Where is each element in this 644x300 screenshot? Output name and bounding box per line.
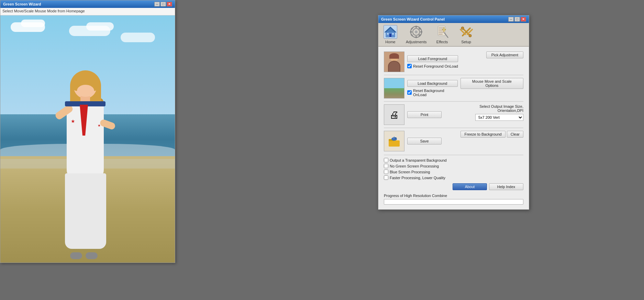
star-2: ★ xyxy=(98,124,101,127)
effects-icon xyxy=(435,25,449,39)
save-controls: Save xyxy=(407,138,442,145)
printer-thumb: 🖨 xyxy=(384,105,404,125)
main-window-title: Green Screen Wizard xyxy=(3,2,41,6)
transparent-bg-checkbox[interactable] xyxy=(384,158,388,162)
no-green-screen-row: No Green Screen Processing xyxy=(384,164,523,168)
main-title-buttons: ─ □ ✕ xyxy=(154,2,172,7)
person-thumb xyxy=(384,52,404,72)
cloud-4 xyxy=(86,22,114,31)
progress-section: Progress of High Resolution Combine xyxy=(384,194,523,205)
cloud-2 xyxy=(21,20,45,27)
print-row: 🖨 Print Select Output Image Size,Orienta… xyxy=(384,104,523,125)
progress-label: Progress of High Resolution Combine xyxy=(384,194,523,198)
toolbar-effects-label: Effects xyxy=(436,40,448,44)
cp-content: Load Foreground Reset Foreground OnLoad … xyxy=(378,47,529,209)
toolbar-adjustments[interactable]: Adjustments xyxy=(406,25,427,44)
transparent-bg-label: Output a Transparent Background xyxy=(390,158,447,162)
svg-rect-10 xyxy=(415,36,417,38)
fg-right: Pick Adjustment xyxy=(486,51,523,58)
about-button[interactable]: About xyxy=(453,183,487,190)
progress-bar-container xyxy=(384,199,523,205)
load-foreground-button[interactable]: Load Foreground xyxy=(407,55,458,62)
bg-controls: Load Background Reset Background OnLoad xyxy=(407,80,458,97)
output-dropdown[interactable]: 5x7 200 Vert 4x6 200 Horiz 8x10 300 Vert xyxy=(475,114,523,121)
image-canvas[interactable]: ★ ★ xyxy=(0,15,175,263)
foreground-row: Load Foreground Reset Foreground OnLoad … xyxy=(384,51,523,72)
fg-left: Load Foreground Reset Foreground OnLoad xyxy=(384,51,458,72)
bg-reset-label: Reset Background OnLoad xyxy=(413,89,458,97)
svg-rect-20 xyxy=(438,32,444,33)
minimize-button[interactable]: ─ xyxy=(154,2,160,7)
no-green-screen-checkbox[interactable] xyxy=(384,164,388,168)
svg-point-30 xyxy=(469,34,471,37)
thumb-shoulders xyxy=(388,61,400,72)
options-checkboxes: Output a Transparent Background No Green… xyxy=(384,158,523,180)
save-right: Freeze to Background Clear xyxy=(460,131,523,138)
bg-reset-checkbox-row: Reset Background OnLoad xyxy=(407,89,458,97)
print-save-divider xyxy=(384,128,523,128)
background-row: Load Background Reset Background OnLoad … xyxy=(384,78,523,99)
toolbar-effects[interactable]: Effects xyxy=(434,25,451,44)
pick-adjustment-button[interactable]: Pick Adjustment xyxy=(486,51,523,58)
print-left: 🖨 Print xyxy=(384,104,442,125)
home-icon xyxy=(384,25,397,39)
faster-processing-row: Faster Processing, Lower Quality xyxy=(384,175,523,180)
cp-maximize-button[interactable]: □ xyxy=(514,17,520,22)
bg-left: Load Background Reset Background OnLoad xyxy=(384,78,458,99)
cp-title-buttons: ─ □ ✕ xyxy=(508,17,526,22)
fg-reset-label: Reset Foreground OnLoad xyxy=(413,64,458,68)
close-button[interactable]: ✕ xyxy=(167,2,172,7)
print-button[interactable]: Print xyxy=(407,111,442,118)
fg-bg-divider xyxy=(384,75,523,75)
freeze-clear-group: Freeze to Background Clear xyxy=(460,131,523,138)
folder-thumb xyxy=(384,131,404,151)
save-button[interactable]: Save xyxy=(407,138,442,145)
load-background-button[interactable]: Load Background xyxy=(407,80,458,87)
svg-point-37 xyxy=(395,137,397,139)
save-checks-divider xyxy=(384,155,523,155)
fg-reset-checkbox-row: Reset Foreground OnLoad xyxy=(407,64,458,68)
bg-reset-checkbox[interactable] xyxy=(407,90,412,95)
svg-rect-33 xyxy=(389,140,400,147)
svg-rect-5 xyxy=(392,33,394,35)
blue-screen-checkbox[interactable] xyxy=(384,170,388,174)
save-left: Save xyxy=(384,131,442,151)
beach-background: ★ ★ xyxy=(0,15,175,263)
about-help-row: About Help Index xyxy=(384,183,523,190)
output-size-label: Select Output Image Size,Orientation,DPI xyxy=(479,104,523,113)
cp-close-button[interactable]: ✕ xyxy=(521,17,526,22)
freeze-to-background-button[interactable]: Freeze to Background xyxy=(460,131,505,138)
girl-figure: ★ ★ xyxy=(46,57,122,263)
cp-title: Green Screen Wizard Control Panel xyxy=(381,17,445,21)
landscape-thumb xyxy=(384,78,404,98)
faster-processing-label: Faster Processing, Lower Quality xyxy=(390,176,445,180)
status-bar: Select Move/Scale Mouse Mode from Homepa… xyxy=(0,8,175,15)
toolbar-home[interactable]: Home xyxy=(382,25,399,44)
svg-rect-9 xyxy=(415,26,417,28)
cp-toolbar: Home Adjustmen xyxy=(378,23,529,47)
bg-print-divider xyxy=(384,101,523,102)
svg-rect-11 xyxy=(410,31,412,33)
cloud-5 xyxy=(121,33,155,42)
help-index-button[interactable]: Help Index xyxy=(489,183,523,190)
status-text: Select Move/Scale Mouse Mode from Homepa… xyxy=(2,9,85,13)
printer-thumbnail: 🖨 xyxy=(384,104,404,125)
svg-rect-12 xyxy=(420,31,422,33)
fg-reset-checkbox[interactable] xyxy=(407,64,412,68)
svg-point-29 xyxy=(461,27,464,30)
svg-point-8 xyxy=(415,31,418,33)
toolbar-setup-label: Setup xyxy=(461,40,471,44)
save-thumbnail xyxy=(384,131,404,151)
print-controls: Print xyxy=(407,111,442,118)
faster-processing-checkbox[interactable] xyxy=(384,175,388,180)
mouse-move-scale-button[interactable]: Mouse Move and Scale Options xyxy=(460,78,523,89)
cp-minimize-button[interactable]: ─ xyxy=(508,17,514,22)
cp-title-bar: Green Screen Wizard Control Panel ─ □ ✕ xyxy=(378,15,529,23)
maximize-button[interactable]: □ xyxy=(160,2,166,7)
toolbar-home-label: Home xyxy=(385,40,395,44)
transparent-bg-row: Output a Transparent Background xyxy=(384,158,523,162)
svg-rect-2 xyxy=(389,34,391,37)
clear-button[interactable]: Clear xyxy=(507,131,523,138)
foreground-thumbnail xyxy=(384,51,404,72)
toolbar-setup[interactable]: Setup xyxy=(458,25,475,44)
